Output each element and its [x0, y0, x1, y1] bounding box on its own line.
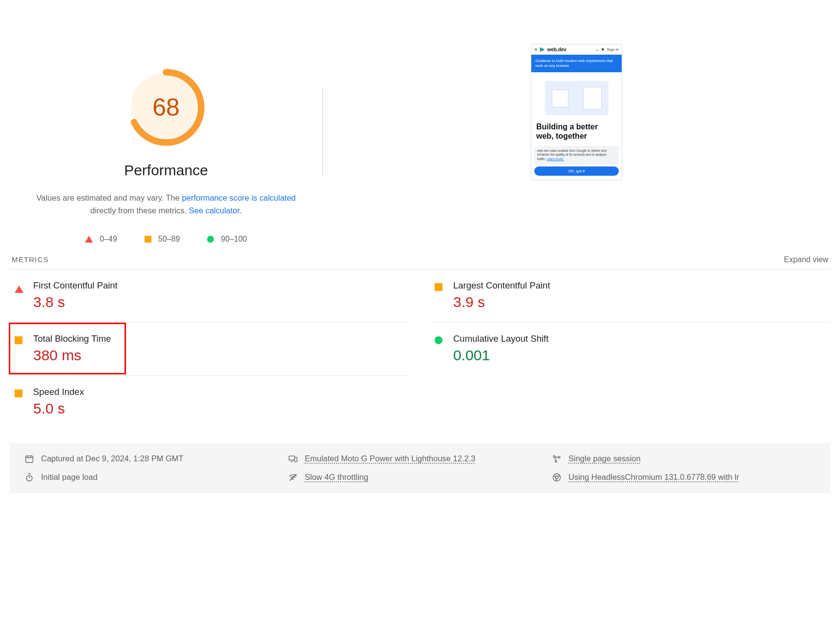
svg-rect-2 [26, 456, 33, 462]
cookie-notice: web.dev uses cookies from Google to deli… [534, 146, 619, 165]
metric-value: 3.8 s [33, 294, 118, 310]
triangle-red-icon [15, 286, 23, 293]
network-throttling: Slow 4G throttling [288, 473, 552, 482]
square-orange-icon [145, 236, 151, 243]
report-footer: Captured at Dec 9, 2024, 1:28 PM GMT Emu… [10, 443, 830, 493]
circle-green-icon [435, 336, 442, 344]
circle-green-icon [207, 236, 214, 243]
emulated-device: Emulated Moto G Power with Lighthouse 12… [288, 454, 552, 464]
square-orange-icon [15, 336, 22, 344]
score-legend: 0–49 50–89 90–100 [85, 235, 247, 244]
performance-gauge-panel: 68 Performance Values are estimated and … [10, 29, 322, 244]
network-link[interactable]: Slow 4G throttling [305, 473, 368, 482]
metric-name: Total Blocking Time [33, 333, 111, 344]
performance-description: Values are estimated and may vary. The p… [34, 191, 298, 217]
metric-name: Cumulative Layout Shift [453, 333, 548, 344]
metric-value: 3.9 s [453, 294, 550, 310]
emulated-link[interactable]: Emulated Moto G Power with Lighthouse 12… [305, 454, 475, 463]
legend-average: 50–89 [145, 235, 180, 244]
svg-rect-4 [294, 457, 297, 461]
search-icon: ⌕ [596, 47, 599, 52]
triangle-red-icon [85, 236, 93, 243]
menu-icon: ≡ [534, 47, 537, 52]
desc-text: Values are estimated and may vary. The [36, 193, 182, 202]
session-link[interactable]: Single page session [568, 454, 641, 463]
performance-gauge: 68 [127, 68, 205, 146]
svg-point-6 [558, 456, 560, 458]
metric-cls[interactable]: Cumulative Layout Shift 0.001 [430, 323, 830, 375]
svg-point-7 [555, 460, 557, 462]
metrics-grid: First Contentful Paint 3.8 s Total Block… [10, 269, 830, 429]
metric-name: Largest Contentful Paint [453, 280, 550, 291]
metric-value: 5.0 s [33, 400, 84, 417]
metric-lcp[interactable]: Largest Contentful Paint 3.9 s [430, 269, 830, 323]
chrome-icon [552, 473, 562, 482]
metric-si[interactable]: Speed Index 5.0 s [10, 376, 410, 429]
metric-value: 0.001 [453, 347, 548, 364]
performance-title: Performance [124, 162, 208, 179]
calendar-icon [24, 454, 34, 464]
legend-pass: 90–100 [207, 235, 247, 244]
banner-text: Guidance to build modern web experiences… [531, 55, 622, 72]
graph-icon [552, 454, 562, 464]
metric-value: 380 ms [33, 347, 111, 364]
chrome-version: Using HeadlessChromium 131.0.6778.69 wit… [552, 473, 816, 482]
desc-text-2: directly from these metrics. [90, 206, 189, 215]
stopwatch-icon [24, 473, 34, 482]
square-orange-icon [15, 390, 22, 397]
metric-tbt[interactable]: Total Blocking Time 380 ms [10, 323, 410, 376]
webdev-logo-icon [540, 47, 545, 52]
signin-link: Sign in [607, 47, 619, 52]
devices-icon [288, 454, 298, 464]
score-calculated-link[interactable]: performance score is calculated [182, 193, 296, 202]
expand-view-button[interactable]: Expand view [784, 255, 828, 264]
legend-range-fail: 0–49 [100, 235, 117, 244]
cookie-learn-more-link: Learn more. [546, 157, 564, 161]
svg-rect-3 [289, 456, 295, 460]
legend-fail: 0–49 [85, 235, 117, 244]
captured-text: Captured at Dec 9, 2024, 1:28 PM GMT [41, 454, 184, 463]
session-type: Single page session [552, 454, 816, 464]
chrome-link[interactable]: Using HeadlessChromium 131.0.6778.69 wit… [568, 473, 739, 482]
initial-text: Initial page load [41, 473, 98, 482]
performance-score: 68 [127, 68, 205, 146]
phone-preview: ≡ web.dev ⌕ ✱ Sign in Guidance to build … [531, 44, 622, 180]
theme-icon: ✱ [601, 47, 605, 52]
square-orange-icon [435, 283, 442, 291]
network-icon [288, 473, 298, 482]
legend-range-pass: 90–100 [221, 235, 247, 244]
metric-name: First Contentful Paint [33, 280, 118, 291]
initial-load: Initial page load [24, 473, 288, 482]
metric-name: Speed Index [33, 387, 84, 397]
cookie-ok-button: OK, got it [534, 166, 619, 176]
see-calculator-link[interactable]: See calculator. [189, 206, 242, 215]
hero-illustration [545, 81, 609, 115]
hero-headline: Building a better web, together [531, 119, 622, 143]
metrics-heading: METRICS [12, 255, 49, 264]
site-name: web.dev [547, 47, 566, 52]
metric-fcp[interactable]: First Contentful Paint 3.8 s [10, 269, 410, 323]
legend-range-average: 50–89 [158, 235, 180, 244]
page-screenshot: ≡ web.dev ⌕ ✱ Sign in Guidance to build … [323, 29, 830, 180]
captured-at: Captured at Dec 9, 2024, 1:28 PM GMT [24, 454, 288, 464]
